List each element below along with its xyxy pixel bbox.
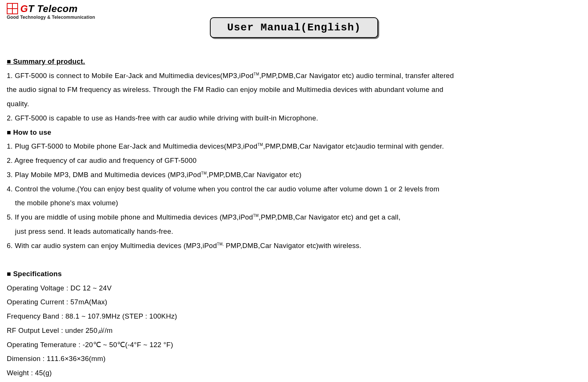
summary-line-4: 2. GFT-5000 is capable to use as Hands-f… <box>7 111 581 125</box>
howto-step-3: 3. Play Mobile MP3, DMB and Multimedia d… <box>7 168 581 182</box>
howto-step-6: 6. With car audio system can enjoy Multi… <box>7 239 581 253</box>
page-title: User Manual(English) <box>227 22 361 33</box>
tm-mark: TM <box>253 214 259 218</box>
heading-summary: ■ Summary of product. <box>7 54 581 69</box>
title-container: User Manual(English) <box>7 17 581 38</box>
howto-step-4a: 4. Control the volume.(You can enjoy bes… <box>7 182 581 196</box>
tm-mark: TM <box>253 72 259 76</box>
howto-step-5a: 5. If you are middle of using mobile pho… <box>7 210 581 224</box>
title-box: User Manual(English) <box>210 17 378 38</box>
spec-rf-output: RF Output Level : under 250㎶/m <box>7 323 581 338</box>
howto-step-4b: the mobile phone's max volume) <box>7 196 581 210</box>
summary-line-2: the audio signal to FM frequency as wire… <box>7 83 581 97</box>
document-page: GT Telecom Good Technology & Telecommuni… <box>0 0 588 382</box>
summary-line-1: 1. GFT-5000 is connect to Mobile Ear-Jac… <box>7 69 581 83</box>
spec-temperature: Operating Temerature : -20℃ ~ 50℃(-4°F ~… <box>7 338 581 352</box>
spec-voltage: Operating Voltage : DC 12 ~ 24V <box>7 281 581 295</box>
howto-step-5b: just press send. It leads automatically … <box>7 224 581 239</box>
logo-text: GT Telecom <box>20 4 78 14</box>
heading-howto: ■ How to use <box>7 125 581 140</box>
document-body: ■ Summary of product. 1. GFT-5000 is con… <box>7 54 581 380</box>
logo-row: GT Telecom <box>7 3 581 14</box>
tm-mark: TM <box>201 171 207 175</box>
spec-current: Operating Current : 57mA(Max) <box>7 295 581 309</box>
summary-line-3: quality. <box>7 97 581 111</box>
tm-mark: TM, <box>217 242 224 246</box>
spec-weight: Weight : 45(g) <box>7 366 581 380</box>
spec-dimension: Dimension : 111.6×36×36(mm) <box>7 352 581 366</box>
logo-mark-icon <box>7 3 18 14</box>
heading-specs: ■ Specifications <box>7 267 581 281</box>
howto-step-1: 1. Plug GFT-5000 to Mobile phone Ear-Jac… <box>7 139 581 153</box>
spec-frequency: Frequency Band : 88.1 ~ 107.9MHz (STEP :… <box>7 309 581 323</box>
tm-mark: TM <box>258 143 263 147</box>
howto-step-2: 2. Agree frequency of car audio and freq… <box>7 153 581 168</box>
spacer <box>7 253 581 267</box>
